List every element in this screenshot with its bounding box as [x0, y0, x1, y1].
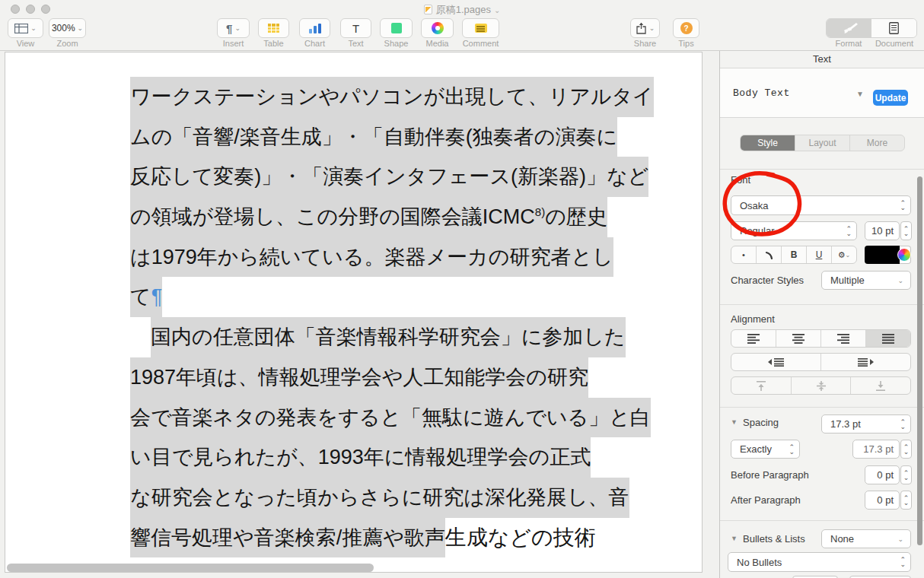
before-paragraph-field[interactable]: 0 pt	[865, 465, 900, 484]
update-button[interactable]: Update	[873, 90, 908, 106]
text-line[interactable]: て¶	[130, 277, 663, 317]
style-layout-more-tabs: Style Layout More	[740, 135, 905, 151]
bullets-lists-select[interactable]: None ⌄	[821, 529, 911, 548]
tips-button[interactable]: ?	[673, 18, 699, 38]
text-line[interactable]: 響信号処理や音楽検索/推薦や歌声生成などの技術	[130, 518, 663, 558]
font-size-stepper[interactable]: ⌃⌄	[900, 221, 912, 240]
bullets-disclosure-icon[interactable]: ▼	[731, 535, 738, 542]
decrease-indent-button[interactable]	[731, 354, 821, 370]
text-line[interactable]: の領域が登場し、この分野の国際会議ICMC8)の歴史	[130, 197, 663, 237]
bullets-lists-label: Bullets & Lists	[743, 533, 805, 545]
paragraph-style-triangle-icon[interactable]: ▼	[856, 90, 864, 98]
color-wheel-icon[interactable]	[897, 248, 911, 262]
vertical-align-buttons	[731, 376, 911, 395]
decrease-indent-icon	[768, 357, 784, 367]
title-chevron-down-icon[interactable]: ⌄	[494, 6, 500, 14]
align-left-button[interactable]	[731, 330, 776, 347]
zoom-button[interactable]: 300% ⌄	[49, 18, 86, 38]
align-middle-button[interactable]	[792, 377, 852, 394]
format-button[interactable]	[827, 19, 871, 37]
text-line[interactable]: 反応して変奏)」・「演奏インタフェース(新楽器)」など	[130, 157, 663, 197]
underline-button[interactable]: U	[807, 246, 832, 263]
bullet-style-select[interactable]: No Bullets ⌃⌄	[728, 552, 911, 572]
spacing-disclosure-icon[interactable]: ▼	[731, 418, 738, 426]
table-icon	[268, 24, 280, 33]
page-canvas[interactable]: ワークステーションやパソコンが出現して、リアルタイ ムの「音響/楽音生成」・「自…	[5, 52, 703, 573]
character-format-buttons: • B U ⚙⌄	[731, 246, 857, 264]
align-right-button[interactable]	[821, 330, 866, 347]
font-size-field[interactable]: 10 pt	[865, 221, 900, 240]
chevron-down-icon: ⌄	[78, 24, 84, 32]
pages-app-window: 原稿1.pages⌄ ⌄ View 300% ⌄ Zoom ¶ ⌄ Insert…	[0, 0, 924, 578]
media-color-wheel-icon	[432, 22, 444, 34]
character-styles-select[interactable]: Multiple ⌄	[821, 271, 911, 290]
text-color-swatch[interactable]	[865, 246, 900, 264]
chart-button[interactable]	[299, 18, 330, 38]
indent-run	[130, 326, 151, 348]
align-center-button[interactable]	[776, 330, 821, 347]
document-label: Document	[871, 39, 917, 48]
tab-layout[interactable]: Layout	[795, 135, 850, 151]
view-button[interactable]: ⌄	[8, 18, 43, 38]
format-document-segment	[826, 18, 917, 38]
increase-indent-button[interactable]	[821, 354, 910, 370]
sidebar-scrollbar-thumb[interactable]	[917, 176, 922, 545]
document-file-icon	[424, 5, 432, 14]
tips-label: Tips	[673, 39, 699, 48]
text-button[interactable]: T	[340, 18, 371, 38]
text-tool-icon: T	[352, 22, 359, 35]
after-paragraph-field[interactable]: 0 pt	[865, 491, 900, 510]
tab-more[interactable]: More	[850, 135, 904, 151]
tab-style[interactable]: Style	[741, 135, 795, 151]
document-button[interactable]	[871, 19, 916, 37]
spacing-mode-select[interactable]: Exactly ⌃⌄	[731, 440, 800, 459]
insert-button[interactable]: ¶ ⌄	[217, 18, 250, 38]
divider	[720, 407, 924, 408]
before-paragraph-stepper[interactable]: ⌃⌄	[900, 465, 912, 484]
paragraph-style-name[interactable]: Body Text	[733, 87, 790, 99]
text-line[interactable]: 国内の任意団体「音楽情報科学研究会」に参加した	[130, 317, 663, 357]
selected-text-run: 会で音楽ネタの発表をすると「無駄に遊んでいる」と白	[130, 398, 651, 438]
chevron-down-icon: ⌄	[649, 24, 655, 32]
table-label: Table	[258, 39, 289, 48]
window-title: 原稿1.pages⌄	[0, 3, 924, 17]
horizontal-scrollbar-thumb[interactable]	[7, 564, 374, 572]
comment-button[interactable]	[462, 18, 499, 38]
bold-dot-button[interactable]: •	[731, 246, 757, 263]
after-paragraph-stepper[interactable]: ⌃⌄	[900, 491, 912, 510]
divider	[720, 304, 924, 305]
text-line[interactable]: は1979年から続いている。楽器メーカの研究者とし	[130, 237, 663, 278]
text-line[interactable]: 会で音楽ネタの発表をすると「無駄に遊んでいる」と白	[130, 398, 663, 438]
shape-button[interactable]	[380, 18, 413, 38]
paragraph-mark-icon: ¶	[226, 22, 232, 35]
media-button[interactable]	[421, 18, 454, 38]
align-top-button[interactable]	[731, 377, 792, 394]
advanced-options-gear-button[interactable]: ⚙⌄	[832, 246, 856, 263]
bullet-style-value: No Bullets	[737, 557, 782, 568]
text-color-control[interactable]	[865, 246, 911, 264]
font-weight-select[interactable]: Regular ⌃⌄	[731, 221, 857, 240]
share-icon	[636, 22, 647, 34]
footnote-superscript: 8)	[535, 205, 545, 218]
text-line[interactable]: 1987年頃は、情報処理学会や人工知能学会の研究	[130, 357, 663, 398]
share-button[interactable]: ⌄	[630, 18, 660, 38]
align-bottom-icon	[875, 381, 886, 391]
spacing-value-select[interactable]: 17.3 pt ⌃⌄	[821, 414, 911, 434]
text-line[interactable]: ムの「音響/楽音生成」・「自動伴奏(独奏者の演奏に	[130, 117, 663, 157]
bold-button[interactable]: B	[782, 246, 807, 263]
align-justify-button[interactable]	[866, 330, 910, 347]
font-family-select[interactable]: Osaka ⌃⌄	[731, 195, 911, 215]
selected-text-run: な研究会となった頃からさらに研究は深化発展し、音	[130, 478, 629, 518]
text-line[interactable]: い目で見られたが、1993年に情報処理学会の正式	[130, 437, 663, 478]
text-line[interactable]: ワークステーションやパソコンが出現して、リアルタイ	[130, 77, 663, 117]
table-button[interactable]	[258, 18, 289, 38]
align-bottom-button[interactable]	[851, 377, 910, 394]
italic-stroke-button[interactable]	[757, 246, 782, 263]
line-spacing-field[interactable]: 17.3 pt	[852, 440, 900, 459]
line-spacing-stepper[interactable]: ⌃⌄	[900, 440, 912, 459]
stepper-icon: ⌃⌄	[900, 201, 906, 210]
selected-text-run: 国内の任意団体「音楽情報科学研究会」に参加した	[151, 317, 626, 357]
view-layout-icon	[14, 24, 28, 33]
text-body[interactable]: ワークステーションやパソコンが出現して、リアルタイ ムの「音響/楽音生成」・「自…	[130, 77, 663, 557]
text-line[interactable]: な研究会となった頃からさらに研究は深化発展し、音	[130, 478, 663, 518]
